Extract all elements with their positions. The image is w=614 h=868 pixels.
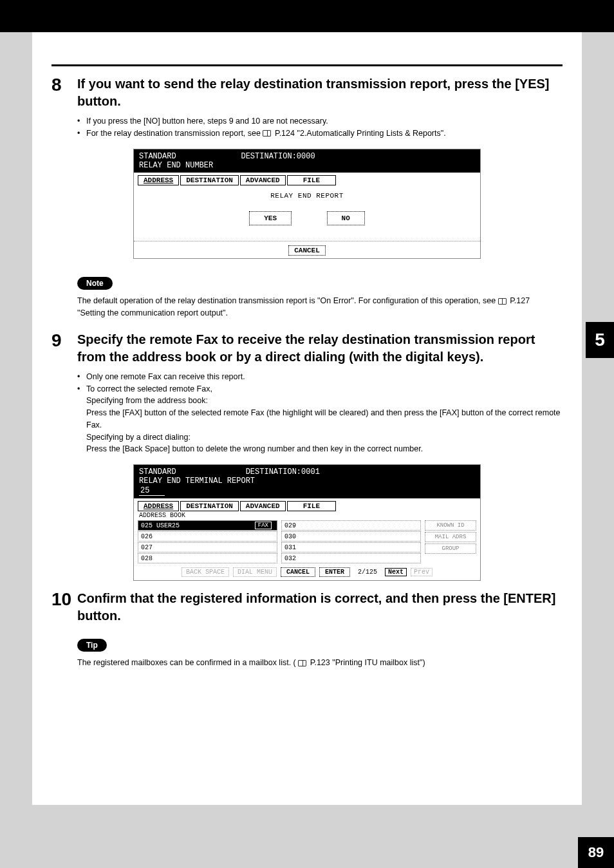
tab-row: ADDRESS DESTINATION ADVANCED FILE — [134, 173, 480, 185]
book-icon — [498, 298, 507, 305]
step-number: 9 — [51, 331, 77, 351]
bullet-item: Only one remote Fax can receive this rep… — [77, 371, 563, 383]
entry-id: 028 — [141, 555, 153, 562]
tab-address[interactable]: ADDRESS — [138, 501, 179, 511]
page-content: 8 If you want to send the relay destinat… — [32, 32, 582, 805]
header-subtitle: RELAY END NUMBER — [139, 161, 213, 170]
address-entry[interactable]: 029 — [281, 520, 421, 531]
step-8: 8 If you want to send the relay destinat… — [51, 75, 563, 110]
fax-chip[interactable]: FAX — [255, 522, 272, 529]
step-8-bullets: If you press the [NO] button here, steps… — [77, 115, 563, 140]
address-entry[interactable]: 031 — [281, 542, 421, 552]
note-body: The default operation of the relay desti… — [77, 296, 498, 305]
tab-advanced[interactable]: ADVANCED — [240, 175, 286, 185]
tab-file[interactable]: FILE — [287, 175, 336, 185]
page-reference: P.123 "Printing ITU mailbox list") — [310, 658, 425, 667]
entry-id: 029 — [284, 522, 296, 529]
bullet-item: If you press the [NO] button here, steps… — [77, 115, 563, 127]
dial-entry[interactable]: 25 — [139, 486, 165, 496]
prev-button[interactable]: Prev — [411, 568, 433, 576]
bullet-text: For the relay destination transmission r… — [86, 129, 263, 138]
footer-row: CANCEL — [134, 243, 480, 258]
entry-id: 027 — [141, 544, 153, 551]
address-entry[interactable]: 028 — [138, 553, 277, 563]
cancel-button[interactable]: CANCEL — [281, 567, 315, 577]
tab-file[interactable]: FILE — [287, 501, 336, 511]
backspace-button[interactable]: BACK SPACE — [181, 567, 229, 577]
header-mode: STANDARD — [139, 152, 176, 161]
address-entry[interactable]: 032 — [281, 553, 421, 563]
note-text: The default operation of the relay desti… — [77, 295, 557, 319]
bullet-line: Press the [FAX] button of the selected r… — [77, 407, 563, 431]
step-number: 10 — [51, 590, 77, 610]
bullet-line: Specifying from the address book: — [77, 395, 563, 407]
page-reference: P.124 "2.Automatically Printing Lists & … — [275, 129, 446, 138]
horizontal-rule — [51, 64, 563, 66]
divider — [134, 241, 480, 241]
tab-destination[interactable]: DESTINATION — [180, 501, 239, 511]
cancel-button[interactable]: CANCEL — [288, 245, 326, 256]
header-destination: DESTINATION:0001 — [246, 467, 320, 476]
group-button[interactable]: GROUP — [425, 543, 476, 554]
entry-name: USER25 — [156, 522, 180, 529]
step-title: If you want to send the relay destinatio… — [77, 75, 563, 110]
step-number: 8 — [51, 75, 77, 95]
enter-button[interactable]: ENTER — [319, 567, 350, 577]
book-icon — [298, 660, 306, 666]
address-entry[interactable]: 030 — [281, 531, 421, 542]
bullet-line: Specifying by a direct dialing: — [77, 431, 563, 444]
known-id-button[interactable]: KNOWN ID — [425, 520, 476, 531]
step-9-bullets: Only one remote Fax can receive this rep… — [77, 371, 563, 455]
screenshot-address-book: STANDARD DESTINATION:0001 RELAY END TERM… — [133, 464, 481, 581]
body-label: RELAY END REPORT — [139, 192, 475, 200]
step-10: 10 Confirm that the registered informati… — [51, 590, 563, 625]
entry-field-row: 25 — [139, 486, 475, 496]
yes-no-row: YES NO — [139, 211, 475, 225]
footer-row: BACK SPACE DIAL MENU CANCEL ENTER 2/125 … — [134, 565, 480, 580]
entry-id: 026 — [141, 533, 153, 540]
page-number: 89 — [578, 837, 614, 868]
step-title: Specify the remote Fax to receive the re… — [77, 331, 563, 366]
header-subtitle: RELAY END TERMINAL REPORT — [139, 476, 475, 486]
tip-badge: Tip — [77, 639, 107, 652]
entry-id: 032 — [284, 555, 296, 562]
tip-body: The registered mailboxes can be confirme… — [77, 658, 296, 667]
dialmenu-button[interactable]: DIAL MENU — [233, 567, 277, 577]
step-title: Confirm that the registered information … — [77, 590, 563, 625]
tab-address[interactable]: ADDRESS — [138, 175, 179, 185]
address-entry[interactable]: 026 — [138, 531, 277, 542]
tab-row: ADDRESS DESTINATION ADVANCED FILE — [134, 498, 480, 511]
address-entry-selected[interactable]: 025 USER25 FAX — [138, 520, 277, 531]
bullet-item: For the relay destination transmission r… — [77, 127, 563, 140]
note-badge: Note — [77, 277, 113, 290]
screen-header: STANDARD DESTINATION:0000 RELAY END NUMB… — [134, 149, 480, 173]
header-line1: STANDARD DESTINATION:0001 — [139, 467, 475, 476]
address-book-grid: 025 USER25 FAX 026 027 028 029 030 031 0… — [134, 519, 480, 565]
top-banner — [0, 0, 614, 32]
tip-text: The registered mailboxes can be confirme… — [77, 657, 557, 669]
bullet-line: Press the [Back Space] button to delete … — [77, 443, 563, 455]
bullet-item: To correct the selected remote Fax, — [77, 383, 563, 395]
entry-id: 031 — [284, 544, 296, 551]
tab-destination[interactable]: DESTINATION — [180, 175, 239, 185]
address-col-2: 029 030 031 032 — [281, 520, 421, 564]
header-mode: STANDARD — [139, 467, 176, 476]
book-icon — [263, 130, 271, 137]
address-book-label: ADDRESS BOOK — [134, 511, 480, 519]
address-entry[interactable]: 027 — [138, 542, 277, 552]
mail-adrs-button[interactable]: MAIL ADRS — [425, 532, 476, 542]
address-col-1: 025 USER25 FAX 026 027 028 — [138, 520, 277, 564]
screen-body: RELAY END REPORT YES NO — [134, 185, 480, 240]
chapter-tab: 5 — [586, 322, 614, 358]
entry-id: 030 — [284, 533, 296, 540]
step-9: 9 Specify the remote Fax to receive the … — [51, 331, 563, 366]
next-button[interactable]: Next — [385, 568, 407, 576]
yes-button[interactable]: YES — [249, 211, 292, 225]
entry-id: 025 — [141, 522, 153, 529]
header-destination: DESTINATION:0000 — [241, 152, 315, 161]
no-button[interactable]: NO — [327, 211, 365, 225]
tab-advanced[interactable]: ADVANCED — [240, 501, 286, 511]
side-buttons: KNOWN ID MAIL ADRS GROUP — [425, 520, 476, 564]
screenshot-relay-end-report: STANDARD DESTINATION:0000 RELAY END NUMB… — [133, 149, 481, 259]
screen-header: STANDARD DESTINATION:0001 RELAY END TERM… — [134, 465, 480, 498]
